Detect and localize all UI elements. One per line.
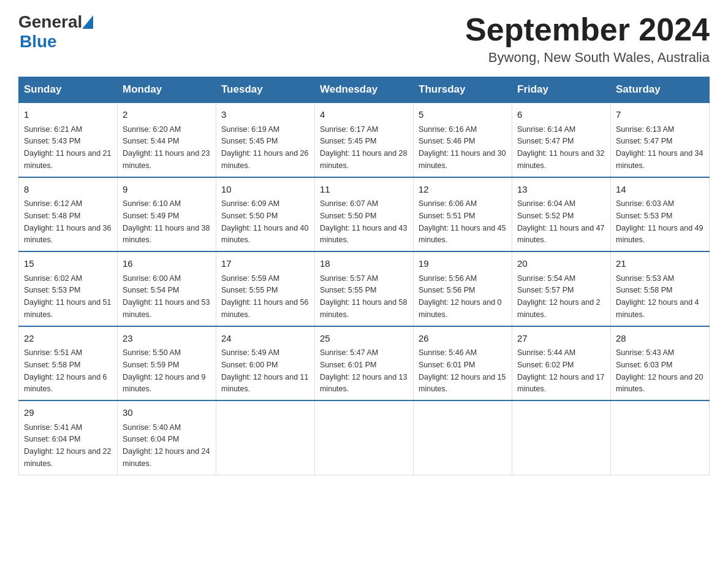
calendar-cell: 21Sunrise: 5:53 AMSunset: 5:58 PMDayligh…	[611, 251, 710, 326]
header-sunday: Sunday	[19, 77, 118, 103]
calendar-cell: 16Sunrise: 6:00 AMSunset: 5:54 PMDayligh…	[118, 251, 216, 326]
day-info: Sunrise: 6:20 AMSunset: 5:44 PMDaylight:…	[123, 125, 210, 170]
calendar-cell: 20Sunrise: 5:54 AMSunset: 5:57 PMDayligh…	[512, 251, 611, 326]
day-info: Sunrise: 5:51 AMSunset: 5:58 PMDaylight:…	[24, 348, 107, 393]
calendar-cell: 18Sunrise: 5:57 AMSunset: 5:55 PMDayligh…	[315, 251, 414, 326]
calendar-table: SundayMondayTuesdayWednesdayThursdayFrid…	[18, 77, 710, 475]
logo: General Blue	[18, 12, 96, 52]
logo-general-text: General	[18, 12, 82, 32]
calendar-cell: 9Sunrise: 6:10 AMSunset: 5:49 PMDaylight…	[118, 177, 216, 252]
day-number: 12	[419, 183, 507, 197]
day-number: 25	[320, 332, 408, 346]
day-number: 19	[419, 257, 507, 271]
calendar-cell: 13Sunrise: 6:04 AMSunset: 5:52 PMDayligh…	[512, 177, 611, 252]
day-info: Sunrise: 6:04 AMSunset: 5:52 PMDaylight:…	[517, 199, 604, 244]
day-info: Sunrise: 6:16 AMSunset: 5:46 PMDaylight:…	[419, 125, 506, 170]
calendar-cell: 24Sunrise: 5:49 AMSunset: 6:00 PMDayligh…	[216, 326, 315, 401]
day-info: Sunrise: 6:09 AMSunset: 5:50 PMDaylight:…	[221, 199, 308, 244]
day-info: Sunrise: 6:02 AMSunset: 5:53 PMDaylight:…	[24, 274, 111, 319]
day-number: 10	[221, 183, 309, 197]
svg-marker-0	[82, 15, 93, 29]
calendar-cell: 2Sunrise: 6:20 AMSunset: 5:44 PMDaylight…	[118, 102, 216, 177]
day-number: 9	[123, 183, 211, 197]
logo-blue-text: Blue	[20, 32, 57, 52]
calendar-cell: 5Sunrise: 6:16 AMSunset: 5:46 PMDaylight…	[414, 102, 512, 177]
day-info: Sunrise: 5:46 AMSunset: 6:01 PMDaylight:…	[419, 348, 506, 393]
calendar-cell: 22Sunrise: 5:51 AMSunset: 5:58 PMDayligh…	[19, 326, 118, 401]
day-info: Sunrise: 6:13 AMSunset: 5:47 PMDaylight:…	[616, 125, 703, 170]
calendar-cell: 14Sunrise: 6:03 AMSunset: 5:53 PMDayligh…	[611, 177, 710, 252]
day-info: Sunrise: 6:06 AMSunset: 5:51 PMDaylight:…	[419, 199, 506, 244]
calendar-cell	[414, 400, 512, 475]
day-info: Sunrise: 6:10 AMSunset: 5:49 PMDaylight:…	[123, 199, 210, 244]
calendar-cell: 27Sunrise: 5:44 AMSunset: 6:02 PMDayligh…	[512, 326, 611, 401]
day-number: 7	[616, 108, 704, 122]
calendar-cell: 25Sunrise: 5:47 AMSunset: 6:01 PMDayligh…	[315, 326, 414, 401]
title-area: September 2024 Bywong, New South Wales, …	[465, 12, 710, 66]
day-number: 3	[221, 108, 309, 122]
day-info: Sunrise: 6:12 AMSunset: 5:48 PMDaylight:…	[24, 199, 111, 244]
day-info: Sunrise: 6:14 AMSunset: 5:47 PMDaylight:…	[517, 125, 604, 170]
day-info: Sunrise: 5:53 AMSunset: 5:58 PMDaylight:…	[616, 274, 699, 319]
day-number: 22	[24, 332, 112, 346]
day-info: Sunrise: 6:00 AMSunset: 5:54 PMDaylight:…	[123, 274, 210, 319]
day-number: 8	[24, 183, 112, 197]
day-info: Sunrise: 5:59 AMSunset: 5:55 PMDaylight:…	[221, 274, 308, 319]
day-number: 5	[419, 108, 507, 122]
day-number: 29	[24, 406, 112, 420]
day-info: Sunrise: 5:49 AMSunset: 6:00 PMDaylight:…	[221, 348, 308, 393]
calendar-cell: 3Sunrise: 6:19 AMSunset: 5:45 PMDaylight…	[216, 102, 315, 177]
calendar-cell: 8Sunrise: 6:12 AMSunset: 5:48 PMDaylight…	[19, 177, 118, 252]
calendar-week-row: 8Sunrise: 6:12 AMSunset: 5:48 PMDaylight…	[19, 177, 710, 252]
calendar-cell: 6Sunrise: 6:14 AMSunset: 5:47 PMDaylight…	[512, 102, 611, 177]
day-number: 13	[517, 183, 605, 197]
day-info: Sunrise: 6:07 AMSunset: 5:50 PMDaylight:…	[320, 199, 407, 244]
day-info: Sunrise: 5:57 AMSunset: 5:55 PMDaylight:…	[320, 274, 407, 319]
day-info: Sunrise: 5:54 AMSunset: 5:57 PMDaylight:…	[517, 274, 601, 319]
day-info: Sunrise: 5:44 AMSunset: 6:02 PMDaylight:…	[517, 348, 604, 393]
header-tuesday: Tuesday	[216, 77, 315, 103]
calendar-week-row: 1Sunrise: 6:21 AMSunset: 5:43 PMDaylight…	[19, 102, 710, 177]
calendar-cell: 29Sunrise: 5:41 AMSunset: 6:04 PMDayligh…	[19, 400, 118, 475]
calendar-cell: 17Sunrise: 5:59 AMSunset: 5:55 PMDayligh…	[216, 251, 315, 326]
header-friday: Friday	[512, 77, 611, 103]
header-saturday: Saturday	[611, 77, 710, 103]
calendar-week-row: 22Sunrise: 5:51 AMSunset: 5:58 PMDayligh…	[19, 326, 710, 401]
header-wednesday: Wednesday	[315, 77, 414, 103]
day-number: 16	[123, 257, 211, 271]
calendar-cell: 10Sunrise: 6:09 AMSunset: 5:50 PMDayligh…	[216, 177, 315, 252]
calendar-cell: 23Sunrise: 5:50 AMSunset: 5:59 PMDayligh…	[118, 326, 216, 401]
day-number: 30	[123, 406, 211, 420]
calendar-cell: 15Sunrise: 6:02 AMSunset: 5:53 PMDayligh…	[19, 251, 118, 326]
calendar-header-row: SundayMondayTuesdayWednesdayThursdayFrid…	[19, 77, 710, 103]
calendar-cell: 1Sunrise: 6:21 AMSunset: 5:43 PMDaylight…	[19, 102, 118, 177]
day-number: 14	[616, 183, 704, 197]
calendar-cell: 28Sunrise: 5:43 AMSunset: 6:03 PMDayligh…	[611, 326, 710, 401]
calendar-cell: 4Sunrise: 6:17 AMSunset: 5:45 PMDaylight…	[315, 102, 414, 177]
day-number: 1	[24, 108, 112, 122]
calendar-cell: 30Sunrise: 5:40 AMSunset: 6:04 PMDayligh…	[118, 400, 216, 475]
day-number: 15	[24, 257, 112, 271]
calendar-cell	[611, 400, 710, 475]
day-info: Sunrise: 6:19 AMSunset: 5:45 PMDaylight:…	[221, 125, 308, 170]
day-info: Sunrise: 6:17 AMSunset: 5:45 PMDaylight:…	[320, 125, 407, 170]
day-number: 24	[221, 332, 309, 346]
page-title: September 2024	[465, 12, 710, 47]
day-info: Sunrise: 5:40 AMSunset: 6:04 PMDaylight:…	[123, 423, 210, 468]
day-info: Sunrise: 6:03 AMSunset: 5:53 PMDaylight:…	[616, 199, 703, 244]
calendar-cell: 7Sunrise: 6:13 AMSunset: 5:47 PMDaylight…	[611, 102, 710, 177]
day-number: 11	[320, 183, 408, 197]
day-info: Sunrise: 5:47 AMSunset: 6:01 PMDaylight:…	[320, 348, 407, 393]
day-number: 6	[517, 108, 605, 122]
day-info: Sunrise: 6:21 AMSunset: 5:43 PMDaylight:…	[24, 125, 111, 170]
calendar-week-row: 29Sunrise: 5:41 AMSunset: 6:04 PMDayligh…	[19, 400, 710, 475]
day-info: Sunrise: 5:41 AMSunset: 6:04 PMDaylight:…	[24, 423, 111, 468]
day-number: 27	[517, 332, 605, 346]
day-info: Sunrise: 5:50 AMSunset: 5:59 PMDaylight:…	[123, 348, 206, 393]
day-number: 28	[616, 332, 704, 346]
page-subtitle: Bywong, New South Wales, Australia	[465, 50, 710, 66]
calendar-cell	[512, 400, 611, 475]
calendar-cell: 12Sunrise: 6:06 AMSunset: 5:51 PMDayligh…	[414, 177, 512, 252]
day-number: 4	[320, 108, 408, 122]
header-thursday: Thursday	[414, 77, 512, 103]
